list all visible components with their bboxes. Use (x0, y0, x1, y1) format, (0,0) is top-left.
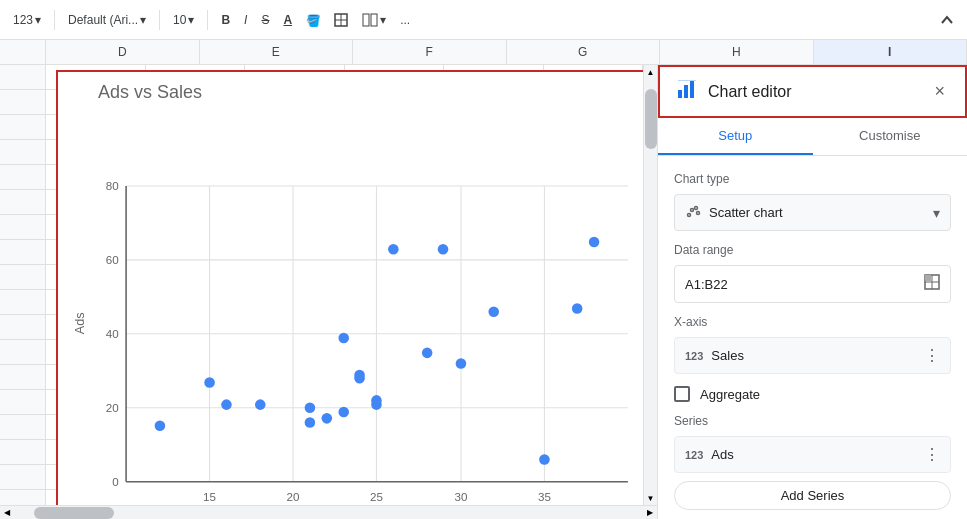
scroll-up-button[interactable]: ▲ (644, 65, 658, 79)
panel-close-button[interactable]: × (930, 77, 949, 106)
separator-3 (207, 10, 208, 30)
svg-point-42 (388, 244, 399, 255)
svg-point-31 (221, 399, 232, 410)
separator-1 (54, 10, 55, 30)
horizontal-scrollbar[interactable]: ◀ ▶ (0, 505, 657, 519)
svg-point-29 (155, 420, 166, 431)
underline-button[interactable]: A (278, 10, 297, 30)
collapse-button[interactable] (935, 10, 959, 30)
row-num-17[interactable] (0, 465, 45, 490)
h-scroll-thumb[interactable] (34, 507, 114, 519)
row-num-4[interactable] (0, 140, 45, 165)
x-axis-menu-button[interactable]: ⋮ (924, 346, 940, 365)
font-family-arrow: ▾ (140, 13, 146, 27)
row-num-15[interactable] (0, 415, 45, 440)
panel-tabs: Setup Customise (658, 118, 967, 156)
series-field: 123 Ads ⋮ (674, 436, 951, 473)
scrollbar-track[interactable] (644, 79, 657, 491)
font-family-label: Default (Ari... (68, 13, 138, 27)
col-header-I[interactable]: I (814, 40, 968, 64)
svg-point-35 (322, 413, 333, 424)
x-axis-label: X-axis (674, 315, 951, 329)
row-num-18[interactable] (0, 490, 45, 505)
row-num-1[interactable] (0, 65, 45, 90)
add-series-button[interactable]: Add Series (674, 481, 951, 510)
font-size-box[interactable]: 10 ▾ (168, 10, 199, 30)
cell-ref-label: 123 (13, 13, 33, 27)
svg-text:25: 25 (370, 490, 383, 503)
cell-ref-box[interactable]: 123 ▾ (8, 10, 46, 30)
row-num-9[interactable] (0, 265, 45, 290)
col-header-H[interactable]: H (660, 40, 814, 64)
data-range-field[interactable]: A1:B22 (674, 265, 951, 303)
h-scroll-track[interactable] (14, 506, 643, 519)
svg-rect-4 (363, 14, 369, 26)
svg-point-34 (305, 417, 316, 428)
svg-point-57 (697, 212, 700, 215)
svg-point-43 (422, 348, 433, 359)
cell-ref-arrow: ▾ (35, 13, 41, 27)
aggregate-checkbox[interactable] (674, 386, 690, 402)
scroll-left-button[interactable]: ◀ (0, 506, 14, 520)
row-num-12[interactable] (0, 340, 45, 365)
font-size-label: 10 (173, 13, 186, 27)
tab-setup[interactable]: Setup (658, 118, 813, 155)
scroll-down-button[interactable]: ▼ (644, 491, 658, 505)
table-select-icon[interactable] (924, 274, 940, 294)
row-num-5[interactable] (0, 165, 45, 190)
svg-point-45 (456, 358, 467, 369)
italic-button[interactable]: I (239, 10, 252, 30)
strikethrough-button[interactable]: S (256, 10, 274, 30)
paint-bucket-icon: 🪣 (306, 13, 320, 27)
borders-icon (334, 13, 348, 27)
row-num-7[interactable] (0, 215, 45, 240)
svg-text:30: 30 (455, 490, 468, 503)
chart-editor-panel: Chart editor × Setup Customise Chart typ… (657, 65, 967, 519)
chart-editor-icon (676, 78, 698, 105)
svg-rect-5 (371, 14, 377, 26)
borders-button[interactable] (329, 10, 353, 30)
svg-text:0: 0 (112, 475, 118, 488)
fill-color-button[interactable]: 🪣 (301, 10, 325, 30)
row-num-10[interactable] (0, 290, 45, 315)
row-num-14[interactable] (0, 390, 45, 415)
chart-type-label: Chart type (674, 172, 951, 186)
tab-customise[interactable]: Customise (813, 118, 968, 155)
chart-container[interactable]: Ads vs Sales Ads (56, 70, 643, 505)
svg-point-39 (354, 370, 365, 381)
vertical-scrollbar[interactable]: ▲ ▼ (643, 65, 657, 505)
col-header-E[interactable]: E (200, 40, 354, 64)
scrollbar-thumb[interactable] (645, 89, 657, 149)
series-menu-button[interactable]: ⋮ (924, 445, 940, 464)
merge-cells-button[interactable]: ▾ (357, 10, 391, 30)
row-numbers (0, 65, 46, 505)
chart-type-dropdown[interactable]: Scatter chart ▾ (674, 194, 951, 231)
row-num-11[interactable] (0, 315, 45, 340)
aggregate-row: Aggregate (674, 386, 951, 402)
svg-point-36 (338, 407, 349, 418)
svg-text:80: 80 (106, 179, 119, 192)
data-range-value: A1:B22 (685, 277, 916, 292)
row-num-3[interactable] (0, 115, 45, 140)
svg-point-37 (338, 333, 349, 344)
grid-content: Ads vs Sales Ads (46, 65, 643, 505)
svg-point-44 (438, 244, 449, 255)
svg-point-47 (539, 454, 550, 465)
row-num-16[interactable] (0, 440, 45, 465)
col-header-F[interactable]: F (353, 40, 507, 64)
row-num-13[interactable] (0, 365, 45, 390)
col-header-D[interactable]: D (46, 40, 200, 64)
row-num-8[interactable] (0, 240, 45, 265)
font-family-box[interactable]: Default (Ari... ▾ (63, 10, 151, 30)
grid-with-rows: Ads vs Sales Ads (0, 65, 657, 505)
more-options-button[interactable]: ... (395, 10, 415, 30)
bold-button[interactable]: B (216, 10, 235, 30)
scroll-right-button[interactable]: ▶ (643, 506, 657, 520)
panel-content[interactable]: Chart type Scatter chart ▾ Data rang (658, 156, 967, 519)
svg-point-41 (371, 395, 382, 406)
svg-text:20: 20 (287, 490, 300, 503)
row-num-2[interactable] (0, 90, 45, 115)
col-header-G[interactable]: G (507, 40, 661, 64)
series-badge: 123 (685, 449, 703, 461)
row-num-6[interactable] (0, 190, 45, 215)
